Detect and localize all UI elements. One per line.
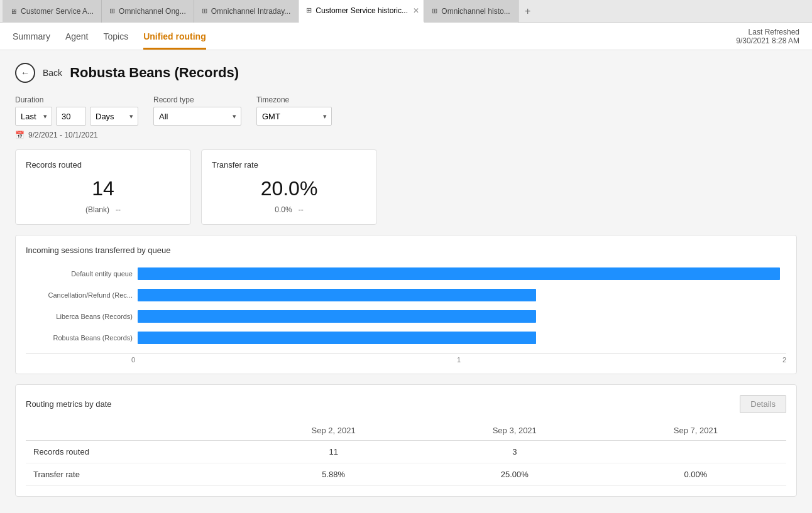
bar-chart: Default entity queue Cancellation/Refund… <box>26 267 786 344</box>
routing-metrics-table: Sep 2, 2021 Sep 3, 2021 Sep 7, 2021 Reco… <box>26 421 786 486</box>
tab-label-1: Customer Service A... <box>21 7 94 16</box>
table-header: Sep 2, 2021 Sep 3, 2021 Sep 7, 2021 <box>26 421 786 441</box>
last-refreshed-block: Last Refreshed 9/30/2021 8:28 AM <box>736 28 799 45</box>
main-content: ← Back Robusta Beans (Records) Duration … <box>0 50 812 513</box>
record-type-label: Record type <box>153 95 241 104</box>
tab-label-2: Omnichannel Ong... <box>119 7 186 16</box>
val-sep2-records: 11 <box>243 441 424 463</box>
bar-container-3 <box>138 310 780 323</box>
tab-label-5: Omnichannel histo... <box>441 7 510 16</box>
nav-bar: Summary Agent Topics Unified routing Las… <box>0 23 812 50</box>
metric-records-routed: Records routed <box>26 441 243 463</box>
tab-icon-3: ⊞ <box>202 7 207 15</box>
records-routed-card: Records routed 14 (Blank) -- <box>15 149 191 225</box>
duration-filter: Duration Last Days Weeks Months <box>15 95 138 126</box>
back-label[interactable]: Back <box>43 68 62 78</box>
bar-label-4: Robusta Beans (Records) <box>32 334 133 342</box>
table-row: Records routed 11 3 <box>26 441 786 463</box>
tab-omnichannel-histo[interactable]: ⊞ Omnichannel histo... <box>424 0 518 23</box>
bar-fill-3 <box>138 310 536 323</box>
timezone-filter: Timezone GMT UTC EST PST <box>256 95 332 126</box>
table-header-row: Routing metrics by date Details <box>26 395 786 413</box>
axis-label-0: 0 <box>131 356 135 364</box>
chart-section: Incoming sessions transferred by queue D… <box>15 235 797 374</box>
record-type-filter: Record type All Cases Activities <box>153 95 241 126</box>
tab-close-4[interactable]: ✕ <box>412 6 420 15</box>
bar-row-4: Robusta Beans (Records) <box>32 332 780 344</box>
transfer-rate-value: 20.0% <box>212 177 366 200</box>
filter-row: Duration Last Days Weeks Months R <box>15 95 797 126</box>
page-title: Robusta Beans (Records) <box>70 65 239 81</box>
tab-omnichannel-intraday[interactable]: ⊞ Omnichannel Intraday... <box>194 0 299 23</box>
bar-fill-4 <box>138 332 536 344</box>
duration-number-input[interactable] <box>56 107 86 126</box>
routing-metrics-section: Routing metrics by date Details Sep 2, 2… <box>15 384 797 497</box>
bar-fill-2 <box>138 289 536 301</box>
bar-row-2: Cancellation/Refund (Rec... <box>32 289 780 301</box>
bar-container-1 <box>138 267 780 280</box>
last-refreshed-label: Last Refreshed <box>736 28 799 36</box>
add-tab-button[interactable]: + <box>518 0 537 23</box>
records-routed-title: Records routed <box>26 160 180 170</box>
bar-label-1: Default entity queue <box>32 270 133 278</box>
col-header-sep2: Sep 2, 2021 <box>243 421 424 441</box>
bar-row-1: Default entity queue <box>32 267 780 280</box>
calendar-icon: 📅 <box>15 131 25 139</box>
tab-label-4: Customer Service historic... <box>315 6 408 15</box>
transfer-rate-title: Transfer rate <box>212 160 366 170</box>
timezone-select[interactable]: GMT UTC EST PST <box>256 107 332 126</box>
tab-summary[interactable]: Summary <box>13 23 50 50</box>
date-range: 📅 9/2/2021 - 10/1/2021 <box>15 131 797 139</box>
tab-topics[interactable]: Topics <box>104 23 129 50</box>
table-section-title: Routing metrics by date <box>26 399 112 409</box>
val-sep3-transfer: 25.00% <box>424 463 605 486</box>
tab-unified-routing[interactable]: Unified routing <box>143 23 206 50</box>
val-sep2-transfer: 5.88% <box>243 463 424 486</box>
duration-label: Duration <box>15 95 138 104</box>
record-type-select[interactable]: All Cases Activities <box>153 107 241 126</box>
details-button[interactable]: Details <box>740 395 786 413</box>
bar-label-2: Cancellation/Refund (Rec... <box>32 291 133 299</box>
table-row: Transfer rate 5.88% 25.00% 0.00% <box>26 463 786 486</box>
metric-transfer-rate: Transfer rate <box>26 463 243 486</box>
col-header-sep3: Sep 3, 2021 <box>424 421 605 441</box>
records-routed-value: 14 <box>26 177 180 200</box>
cards-row: Records routed 14 (Blank) -- Transfer ra… <box>15 149 797 225</box>
bar-fill-1 <box>138 267 780 280</box>
timezone-label: Timezone <box>256 95 332 104</box>
duration-prefix-select[interactable]: Last <box>15 107 52 126</box>
tab-customer-service-historic[interactable]: ⊞ Customer Service historic... ✕ <box>299 0 424 23</box>
tab-icon-2: ⊞ <box>109 7 115 15</box>
bar-label-3: Liberca Beans (Records) <box>32 313 133 320</box>
tab-icon-5: ⊞ <box>432 7 437 15</box>
axis-label-2: 2 <box>782 356 786 364</box>
last-refreshed-value: 9/30/2021 8:28 AM <box>736 36 799 45</box>
transfer-rate-sub: 0.0% -- <box>212 205 366 214</box>
duration-unit-select[interactable]: Days Weeks Months <box>90 107 138 126</box>
tab-icon-1: 🖥 <box>10 8 17 15</box>
val-sep7-transfer: 0.00% <box>605 463 786 486</box>
date-range-value: 9/2/2021 - 10/1/2021 <box>28 131 98 139</box>
records-routed-sub: (Blank) -- <box>26 205 180 214</box>
nav-tabs: Summary Agent Topics Unified routing <box>13 23 206 50</box>
chart-title: Incoming sessions transferred by queue <box>26 246 786 255</box>
chart-axis: 0 1 2 <box>26 353 786 364</box>
tab-customer-service-a[interactable]: 🖥 Customer Service A... <box>3 0 102 23</box>
val-sep3-records: 3 <box>424 441 605 463</box>
axis-label-1: 1 <box>457 356 461 364</box>
val-sep7-records <box>605 441 786 463</box>
tab-bar: 🖥 Customer Service A... ⊞ Omnichannel On… <box>0 0 812 23</box>
back-button[interactable]: ← <box>15 63 35 83</box>
transfer-rate-card: Transfer rate 20.0% 0.0% -- <box>201 149 377 225</box>
page-header: ← Back Robusta Beans (Records) <box>15 63 797 83</box>
bar-container-2 <box>138 289 780 301</box>
col-header-metric <box>26 421 243 441</box>
col-header-sep7: Sep 7, 2021 <box>605 421 786 441</box>
bar-container-4 <box>138 332 780 344</box>
tab-icon-4: ⊞ <box>306 6 312 14</box>
bar-row-3: Liberca Beans (Records) <box>32 310 780 323</box>
tab-omnichannel-ong[interactable]: ⊞ Omnichannel Ong... <box>102 0 194 23</box>
tab-agent[interactable]: Agent <box>65 23 89 50</box>
tab-label-3: Omnichannel Intraday... <box>211 7 291 16</box>
